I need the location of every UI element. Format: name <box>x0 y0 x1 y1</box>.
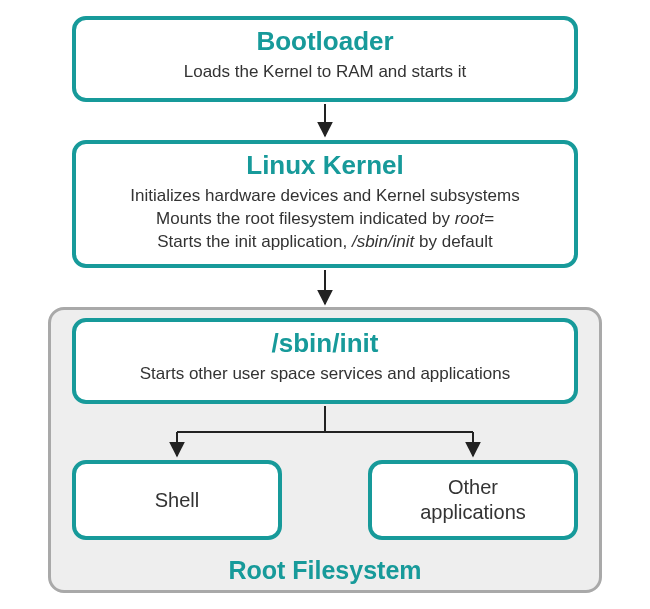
kernel-desc-line2-em: root= <box>455 209 494 228</box>
other-apps-box: Other applications <box>368 460 578 540</box>
bootloader-box: Bootloader Loads the Kernel to RAM and s… <box>72 16 578 102</box>
kernel-desc-line1: Initializes hardware devices and Kernel … <box>130 186 519 205</box>
other-apps-label-2: applications <box>420 501 526 523</box>
kernel-desc-line3-em: /sbin/init <box>352 232 414 251</box>
shell-box: Shell <box>72 460 282 540</box>
kernel-title: Linux Kernel <box>76 144 574 181</box>
shell-label: Shell <box>155 488 199 513</box>
init-box: /sbin/init Starts other user space servi… <box>72 318 578 404</box>
kernel-desc-line2-pre: Mounts the root filesystem indicated by <box>156 209 455 228</box>
bootloader-desc: Loads the Kernel to RAM and starts it <box>76 57 574 94</box>
rootfs-label: Root Filesystem <box>48 556 602 585</box>
other-apps-label-1: Other <box>448 476 498 498</box>
init-title: /sbin/init <box>76 322 574 359</box>
kernel-desc: Initializes hardware devices and Kernel … <box>76 181 574 264</box>
init-desc: Starts other user space services and app… <box>76 359 574 396</box>
bootloader-title: Bootloader <box>76 20 574 57</box>
kernel-desc-line3-post: by default <box>414 232 492 251</box>
kernel-desc-line3-pre: Starts the init application, <box>157 232 352 251</box>
kernel-box: Linux Kernel Initializes hardware device… <box>72 140 578 268</box>
